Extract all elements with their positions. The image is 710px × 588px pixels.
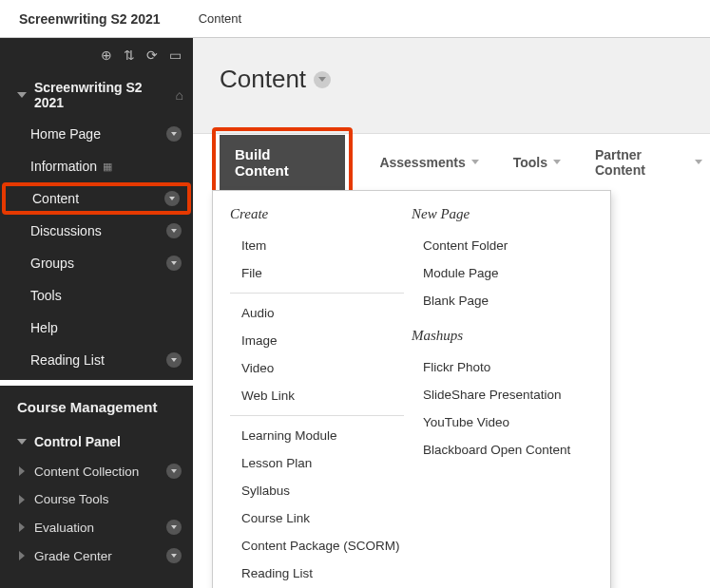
dropdown-heading-mashups: Mashups <box>412 324 593 353</box>
dd-item-course-link[interactable]: Course Link <box>230 504 412 532</box>
tab-label: Partner Content <box>595 147 689 178</box>
dd-item-flickr-photo[interactable]: Flickr Photo <box>412 353 593 381</box>
chevron-down-circle-icon[interactable] <box>166 548 182 563</box>
cp-item-label: Content Collection <box>34 465 139 479</box>
course-management-heading: Course Management <box>0 386 193 427</box>
chevron-down-icon <box>17 439 27 445</box>
chevron-down-circle-icon[interactable] <box>166 126 182 142</box>
dd-item-reading-list[interactable]: Reading List <box>230 560 412 587</box>
dropdown-heading-new-page: New Page <box>412 202 593 232</box>
chevron-down-icon <box>471 160 479 164</box>
sidebar-item-discussions[interactable]: Discussions <box>0 215 193 247</box>
sidebar: ⊕ ⇅ ⟳ ▭ Screenwriting S2 2021 ⌂ Home Pag… <box>0 38 193 588</box>
cp-item-evaluation[interactable]: Evaluation <box>0 513 193 541</box>
sidebar-course-title-row[interactable]: Screenwriting S2 2021 ⌂ <box>0 72 193 118</box>
tab-assessments[interactable]: Assessments <box>372 145 486 180</box>
tab-label: Assessments <box>379 155 465 170</box>
page-title: Content <box>220 65 306 94</box>
chevron-down-icon <box>695 160 702 164</box>
chevron-right-icon <box>19 466 25 476</box>
sidebar-item-label: Home Page <box>30 126 101 142</box>
sidebar-item-label: Help <box>30 320 58 335</box>
dd-item-item[interactable]: Item <box>230 232 412 259</box>
cp-item-label: Grade Center <box>34 549 112 563</box>
content-tabs: Build Content Assessments Tools Partner … <box>193 133 710 190</box>
dd-item-image[interactable]: Image <box>230 327 412 354</box>
breadcrumb-course[interactable]: Screenwriting S2 2021 <box>19 11 161 27</box>
dd-item-file[interactable]: File <box>230 259 412 287</box>
cp-item-grade-center[interactable]: Grade Center <box>0 541 193 570</box>
cp-item-course-tools[interactable]: Course Tools <box>0 485 193 513</box>
dd-item-audio[interactable]: Audio <box>230 299 412 327</box>
top-bar: Screenwriting S2 2021 Content <box>0 0 710 38</box>
dropdown-separator <box>230 415 404 416</box>
control-panel-heading: Control Panel <box>34 434 121 449</box>
dd-item-lesson-plan[interactable]: Lesson Plan <box>230 449 412 477</box>
dd-item-slideshare-presentation[interactable]: SlideShare Presentation <box>412 381 593 408</box>
tab-build-content-highlight: Build Content <box>212 127 353 198</box>
build-content-dropdown: Create Item File Audio Image Video Web L… <box>212 190 611 588</box>
sidebar-item-label: Groups <box>30 256 74 271</box>
up-down-arrows-icon[interactable]: ⇅ <box>124 47 135 63</box>
sidebar-item-information[interactable]: Information ▦ <box>0 150 193 182</box>
chevron-down-circle-icon[interactable] <box>166 352 182 368</box>
chevron-down-circle-icon[interactable] <box>314 71 331 88</box>
sidebar-item-groups[interactable]: Groups <box>0 247 193 279</box>
sidebar-item-label: Content <box>32 191 79 206</box>
chevron-down-icon <box>553 160 561 164</box>
dd-item-video[interactable]: Video <box>230 354 412 382</box>
chevron-down-circle-icon[interactable] <box>166 520 182 535</box>
sidebar-item-help[interactable]: Help <box>0 312 193 344</box>
page-title-row: Content <box>220 65 683 94</box>
sidebar-item-label: Tools <box>30 288 62 303</box>
folder-icon[interactable]: ▭ <box>169 47 182 63</box>
sidebar-item-label: Information <box>30 159 97 174</box>
tab-label: Build Content <box>235 146 320 179</box>
sidebar-course-title: Screenwriting S2 2021 <box>34 80 176 110</box>
dd-item-youtube-video[interactable]: YouTube Video <box>412 408 593 436</box>
dd-item-content-folder[interactable]: Content Folder <box>412 232 593 259</box>
dd-item-blackboard-open-content[interactable]: Blackboard Open Content <box>412 436 593 464</box>
chevron-right-icon <box>19 522 25 532</box>
sidebar-item-content[interactable]: Content <box>2 182 191 215</box>
dd-item-learning-module[interactable]: Learning Module <box>230 422 412 449</box>
cp-item-content-collection[interactable]: Content Collection <box>0 457 193 485</box>
chevron-down-circle-icon[interactable] <box>166 223 182 238</box>
dd-item-web-link[interactable]: Web Link <box>230 382 412 409</box>
sidebar-toolbar: ⊕ ⇅ ⟳ ▭ <box>0 38 193 68</box>
sidebar-item-label: Reading List <box>30 352 105 368</box>
home-icon[interactable]: ⌂ <box>176 87 183 103</box>
dd-item-content-package-scorm[interactable]: Content Package (SCORM) <box>230 532 412 560</box>
dropdown-separator <box>230 293 404 294</box>
tab-label: Tools <box>513 155 547 170</box>
dd-item-syllabus[interactable]: Syllabus <box>230 477 412 504</box>
sidebar-item-home-page[interactable]: Home Page <box>0 118 193 150</box>
sidebar-item-label: Discussions <box>30 223 102 238</box>
main-content: Content Build Content Assessments Tools … <box>193 38 710 588</box>
tab-build-content[interactable]: Build Content <box>220 135 345 190</box>
cp-item-label: Course Tools <box>34 492 109 506</box>
chevron-right-icon <box>19 551 25 560</box>
plus-circle-icon[interactable]: ⊕ <box>101 47 112 63</box>
chevron-down-circle-icon[interactable] <box>166 464 182 479</box>
refresh-icon[interactable]: ⟳ <box>146 47 158 63</box>
chevron-down-circle-icon[interactable] <box>166 256 182 271</box>
sidebar-item-tools[interactable]: Tools <box>0 279 193 312</box>
chevron-down-icon <box>17 92 27 98</box>
breadcrumb-content[interactable]: Content <box>199 11 242 26</box>
dropdown-heading-create: Create <box>230 202 412 232</box>
cp-item-label: Evaluation <box>34 521 94 535</box>
tab-tools[interactable]: Tools <box>506 145 568 180</box>
grid-icon: ▦ <box>103 161 112 173</box>
chevron-down-circle-icon[interactable] <box>164 191 180 206</box>
dd-item-module-page[interactable]: Module Page <box>412 259 593 287</box>
chevron-right-icon <box>19 495 25 504</box>
dd-item-blank-page[interactable]: Blank Page <box>412 287 593 314</box>
tab-partner-content[interactable]: Partner Content <box>587 138 710 187</box>
sidebar-item-reading-list[interactable]: Reading List <box>0 344 193 376</box>
control-panel-row[interactable]: Control Panel <box>0 427 193 457</box>
